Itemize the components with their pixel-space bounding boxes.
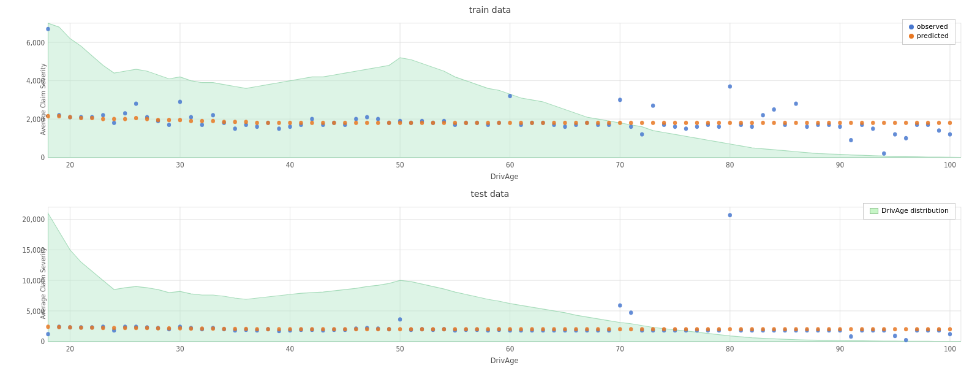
svg-point-101	[838, 125, 842, 129]
svg-point-178	[772, 121, 775, 125]
svg-point-186	[860, 121, 864, 125]
svg-point-34	[101, 113, 105, 117]
svg-point-390	[937, 327, 941, 331]
chart-title-1: test data	[471, 189, 510, 199]
svg-point-97	[794, 102, 797, 106]
svg-point-330	[277, 327, 281, 331]
legend-area-swatch	[870, 208, 878, 214]
svg-point-121	[145, 117, 149, 121]
svg-point-57	[354, 117, 358, 121]
svg-point-50	[277, 126, 281, 131]
svg-point-134	[288, 121, 292, 125]
svg-point-363	[640, 327, 644, 331]
svg-point-115	[79, 116, 83, 120]
svg-point-114	[68, 115, 72, 119]
svg-point-318	[145, 326, 149, 330]
svg-point-146	[420, 121, 424, 125]
svg-text:20: 20	[66, 161, 74, 170]
svg-point-90	[717, 125, 721, 129]
svg-point-386	[893, 327, 897, 331]
svg-point-345	[442, 327, 446, 331]
svg-point-172	[706, 121, 710, 125]
svg-point-167	[651, 121, 655, 125]
svg-point-185	[849, 121, 853, 125]
svg-point-184	[838, 121, 842, 125]
svg-point-58	[365, 115, 369, 119]
svg-point-174	[728, 121, 732, 125]
svg-text:40: 40	[286, 345, 294, 354]
svg-point-340	[387, 327, 391, 331]
svg-point-177	[761, 121, 765, 125]
svg-point-159	[563, 121, 567, 125]
svg-text:DrivAge: DrivAge	[491, 172, 519, 181]
svg-point-157	[541, 121, 545, 125]
svg-point-140	[354, 121, 358, 125]
svg-point-168	[662, 121, 666, 125]
svg-point-329	[266, 327, 270, 331]
svg-point-44	[211, 113, 215, 117]
svg-point-126	[200, 119, 204, 123]
svg-point-151	[475, 121, 479, 125]
svg-point-324	[211, 326, 215, 331]
svg-point-362	[629, 327, 633, 331]
svg-point-181	[805, 121, 809, 125]
svg-point-391	[948, 327, 952, 331]
svg-point-112	[46, 114, 50, 118]
svg-point-359	[596, 327, 600, 331]
chart-area-0: Average Claim Severity02,0004,0006,00020…	[6, 16, 974, 183]
svg-point-381	[838, 327, 842, 331]
svg-point-341	[398, 327, 402, 331]
svg-point-353	[530, 327, 533, 331]
svg-point-383	[860, 327, 864, 331]
svg-point-316	[123, 326, 127, 330]
svg-text:40: 40	[286, 161, 294, 170]
svg-point-342	[409, 327, 413, 331]
svg-point-343	[420, 327, 424, 331]
svg-point-155	[519, 121, 522, 125]
svg-point-127	[211, 119, 215, 123]
svg-point-379	[816, 327, 820, 331]
svg-point-339	[376, 327, 380, 331]
svg-point-143	[387, 121, 391, 125]
chart-wrapper-0: train dataAverage Claim Severity02,0004,…	[0, 0, 980, 184]
svg-point-366	[673, 327, 677, 331]
svg-point-161	[585, 121, 589, 125]
svg-point-132	[266, 121, 270, 125]
svg-point-349	[486, 327, 490, 331]
svg-point-315	[112, 326, 116, 330]
svg-point-384	[871, 327, 875, 331]
svg-point-188	[882, 121, 886, 125]
svg-point-176	[750, 121, 754, 125]
svg-point-170	[684, 121, 688, 125]
svg-point-82	[629, 125, 633, 129]
svg-text:20: 20	[66, 345, 74, 354]
charts-container: train dataAverage Claim Severity02,0004,…	[0, 0, 980, 368]
svg-point-336	[343, 327, 347, 331]
svg-point-35	[112, 121, 116, 125]
svg-point-173	[717, 121, 721, 125]
svg-point-94	[761, 113, 765, 117]
svg-point-59	[376, 117, 380, 121]
svg-point-163	[607, 121, 611, 125]
svg-point-323	[200, 326, 204, 331]
svg-point-374	[761, 327, 765, 331]
svg-text:20,000: 20,000	[22, 216, 45, 224]
svg-point-355	[552, 327, 556, 331]
svg-point-350	[497, 327, 501, 331]
svg-point-378	[805, 327, 809, 331]
svg-point-81	[618, 98, 622, 102]
legend-dot	[909, 25, 914, 29]
svg-point-149	[453, 121, 457, 125]
svg-point-130	[244, 120, 248, 124]
svg-point-111	[948, 132, 952, 137]
svg-point-388	[915, 327, 919, 331]
svg-point-326	[233, 327, 237, 331]
svg-point-299	[849, 334, 853, 339]
svg-point-117	[101, 117, 105, 121]
svg-point-303	[893, 334, 897, 338]
svg-point-371	[728, 327, 732, 331]
svg-point-226	[46, 332, 50, 336]
svg-point-192	[926, 121, 930, 125]
legend-label: DrivAge distribution	[881, 207, 949, 215]
svg-point-142	[376, 121, 380, 125]
